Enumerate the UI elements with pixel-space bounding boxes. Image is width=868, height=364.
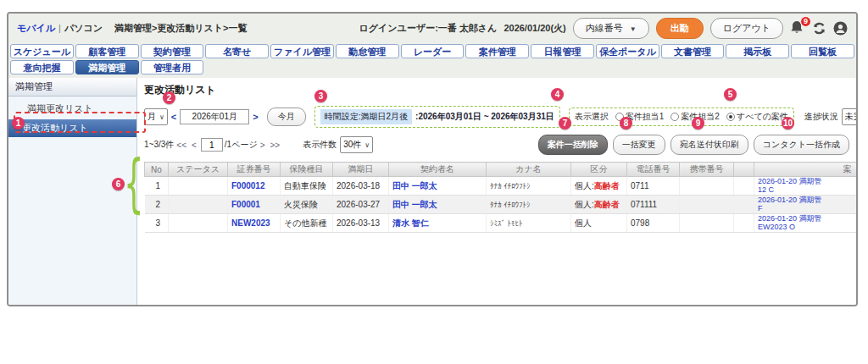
cell-maturity-date: 2026-03-27 — [333, 196, 389, 214]
tab-名寄せ[interactable]: 名寄せ — [205, 44, 269, 58]
sidebar-item-更改活動リスト[interactable]: 更改活動リスト — [8, 119, 136, 137]
cell-blank — [734, 214, 754, 233]
renewal-table: Noステータス証券番号保険種目満期日契約者名カナ名区分電話番号携帯番号案1F00… — [144, 162, 856, 233]
clock-in-button[interactable]: 出勤 — [656, 18, 704, 39]
page-input[interactable] — [201, 138, 223, 152]
cell-case-link[interactable]: 2026-01-20 満期管EW2023 O — [754, 214, 857, 233]
cell-blank — [734, 196, 754, 214]
refresh-icon[interactable] — [812, 21, 826, 36]
breadcrumb: 満期管理>更改活動リスト>一覧 — [114, 22, 248, 35]
cell-insurance-type: その他新種 — [281, 214, 333, 233]
last-page-button[interactable]: >> — [270, 141, 281, 150]
per-page-select[interactable]: 30件 — [340, 136, 373, 153]
table-row[interactable]: 3NEW2023その他新種2026-03-13清水 智仁ｼﾐｽﾞ ﾄﾓﾋﾄ個人0… — [145, 214, 857, 233]
cell-category: 個人:高齢者 — [571, 177, 627, 196]
tab-スケジュール[interactable]: スケジュール — [10, 44, 74, 58]
cell-kana: ﾀﾅｶ ｲﾁﾛｳﾌﾄｼ — [487, 196, 571, 214]
action-buttons: 案件一括削除一括変更宛名送付状印刷コンタクト一括作成 — [538, 135, 849, 155]
result-range: 1~3/3件 — [144, 139, 174, 151]
cell-maturity-date: 2026-03-18 — [333, 177, 389, 196]
table-row[interactable]: 1F000012自動車保険2026-03-18田中 一郎太ﾀﾅｶ ｲﾁﾛｳﾌﾄｼ… — [145, 177, 857, 196]
per-page-control: 表示件数 30件 — [303, 136, 373, 153]
cell-mobile — [680, 196, 734, 214]
cell-case-link[interactable]: 2026-01-20 満期管12 C — [754, 177, 857, 196]
current-date: 2026/01/20(火) — [504, 22, 565, 35]
cell-mobile — [680, 177, 734, 196]
page-total: /1ページ — [225, 139, 258, 151]
tab-日報管理[interactable]: 日報管理 — [531, 44, 594, 58]
radio-label: すべての案件 — [737, 111, 788, 123]
tab-満期管理[interactable]: 満期管理 — [75, 60, 139, 74]
per-page-label: 表示件数 — [303, 139, 337, 151]
next-month-button[interactable]: > — [253, 112, 258, 122]
cell-category: 個人:高齢者 — [571, 196, 627, 214]
tab-レーダー[interactable]: レーダー — [401, 44, 465, 58]
prev-month-button[interactable]: < — [171, 112, 176, 122]
annotation-8: 8 — [620, 117, 632, 130]
tab-意向把握[interactable]: 意向把握 — [10, 60, 74, 74]
radio-すべての案件[interactable]: すべての案件 — [726, 111, 788, 123]
cell-policy-link[interactable]: F00001 — [228, 196, 281, 214]
pagination-row: 1~3/3件 << < /1ページ > >> 表示件数 30件 案件一括削除一括… — [144, 135, 853, 155]
period-unit-select[interactable]: 月 — [144, 108, 168, 125]
cell-mobile — [680, 214, 734, 233]
table-row[interactable]: 2F00001火災保険2026-03-27田中 一郎太ﾀﾅｶ ｲﾁﾛｳﾌﾄｼ個人… — [145, 196, 857, 214]
next-page-button[interactable]: > — [260, 141, 265, 150]
tab-案件管理[interactable]: 案件管理 — [465, 44, 529, 58]
display-select-box: 表示選択 案件担当1案件担当2すべての案件 — [569, 108, 794, 126]
progress-filter: 進捗状況 未完了 — [804, 108, 856, 125]
cell-case-link[interactable]: 2026-01-20 満期管F — [754, 196, 857, 214]
mobile-link[interactable]: モバイル — [17, 22, 55, 35]
progress-select[interactable]: 未完了 — [842, 108, 856, 125]
tab-掲示板[interactable]: 掲示板 — [726, 44, 789, 58]
cell-contractor-link[interactable]: 清水 智仁 — [389, 214, 487, 233]
period-input[interactable] — [180, 109, 249, 124]
tab-row-1: スケジュール顧客管理契約管理名寄せファイル管理勤怠管理レーダー案件管理日報管理保… — [10, 44, 854, 58]
pc-label: パソコン — [64, 22, 103, 35]
extension-number-button[interactable]: 内線番号 — [573, 18, 649, 39]
cell-phone: 0711 — [627, 177, 680, 196]
column-header: 満期日 — [333, 163, 389, 177]
user-profile-icon[interactable] — [833, 21, 848, 36]
cell-no: 1 — [145, 177, 169, 196]
tab-row-2: 意向把握満期管理管理者用 — [10, 60, 854, 74]
tab-ファイル管理[interactable]: ファイル管理 — [270, 44, 334, 58]
cell-no: 3 — [145, 214, 169, 233]
tab-保全ポータル[interactable]: 保全ポータル — [596, 44, 659, 58]
cell-policy-link[interactable]: NEW2023 — [228, 214, 281, 233]
tab-管理者用[interactable]: 管理者用 — [141, 60, 204, 74]
annotation-7: 7 — [559, 117, 571, 130]
notification-badge: 9 — [800, 16, 811, 27]
column-header: 証券番号 — [228, 163, 281, 177]
tab-勤怠管理[interactable]: 勤怠管理 — [336, 44, 399, 58]
action-コンタクト一括作成[interactable]: コンタクト一括作成 — [754, 135, 849, 155]
annotation-9: 9 — [692, 117, 704, 130]
cell-kana: ﾀﾅｶ ｲﾁﾛｳﾌﾄｼ — [487, 177, 571, 196]
cell-contractor-link[interactable]: 田中 一郎太 — [389, 177, 487, 196]
column-header: ステータス — [169, 163, 228, 177]
prev-page-button[interactable]: < — [192, 141, 197, 150]
current-month-button[interactable]: 今月 — [267, 108, 306, 126]
action-宛名送付状印刷[interactable]: 宛名送付状印刷 — [670, 135, 748, 155]
table-header-row: Noステータス証券番号保険種目満期日契約者名カナ名区分電話番号携帯番号案 — [145, 163, 857, 177]
body-row: 満期管理 満期更改リスト更改活動リスト 更改活動リスト 月 < > 今月 時間設… — [8, 78, 856, 306]
main-content: 更改活動リスト 月 < > 今月 時間設定:満期日2月後 :2026年03月01… — [137, 78, 856, 306]
cell-policy-link[interactable]: F000012 — [228, 177, 281, 196]
topbar: モバイル | パソコン 満期管理>更改活動リスト>一覧 ログインユーザー:一番 … — [8, 14, 856, 42]
cell-maturity-date: 2026-03-13 — [333, 214, 389, 233]
tab-回覧板[interactable]: 回覧板 — [791, 44, 854, 58]
first-page-button[interactable]: << — [176, 141, 186, 150]
tab-文書管理[interactable]: 文書管理 — [661, 44, 725, 58]
column-header: 保険種目 — [281, 163, 333, 177]
logout-button[interactable]: ログアウト — [710, 18, 783, 39]
annotation-5: 5 — [724, 88, 737, 101]
tab-顧客管理[interactable]: 顧客管理 — [75, 44, 139, 58]
tab-契約管理[interactable]: 契約管理 — [141, 44, 204, 58]
cell-contractor-link[interactable]: 田中 一郎太 — [389, 196, 487, 214]
action-一括変更[interactable]: 一括変更 — [613, 135, 665, 155]
column-header: No — [145, 163, 169, 177]
app-window: モバイル | パソコン 満期管理>更改活動リスト>一覧 ログインユーザー:一番 … — [7, 12, 858, 306]
sidebar-item-満期更改リスト[interactable]: 満期更改リスト — [8, 100, 136, 118]
notification-bell-icon[interactable]: 9 — [790, 20, 805, 36]
action-案件一括削除[interactable]: 案件一括削除 — [538, 135, 608, 155]
